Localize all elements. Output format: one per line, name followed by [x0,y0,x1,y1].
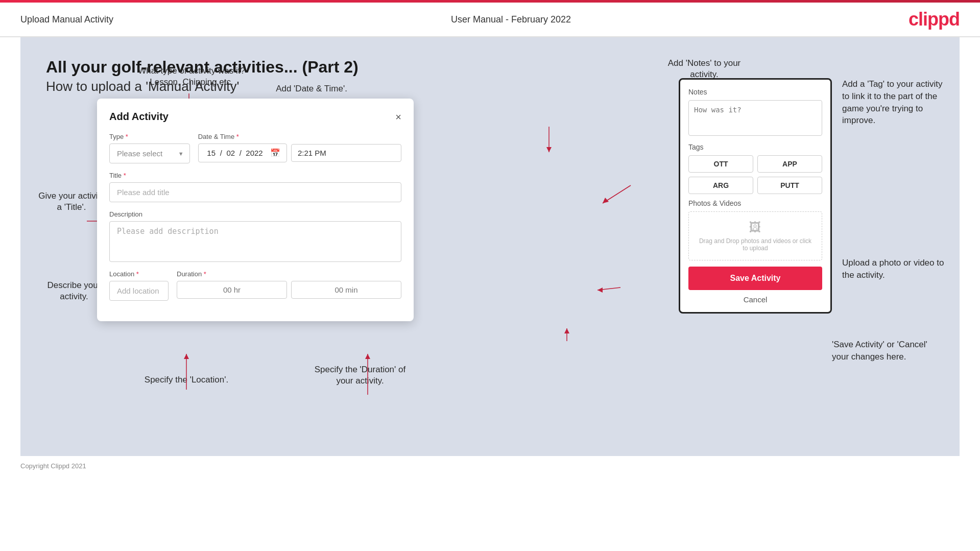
svg-marker-21 [564,328,569,333]
date-day-input[interactable] [205,149,218,157]
tag-app[interactable]: APP [757,155,822,173]
tag-putt[interactable]: PUTT [757,177,822,194]
type-select[interactable]: Please select [109,143,190,163]
calendar-icon: 📅 [270,148,280,158]
logo: clippd [909,9,960,30]
description-label: Description [109,210,401,218]
duration-group: Duration * [177,270,401,301]
type-label: Type * [109,133,190,140]
add-activity-modal: Add Activity × Type * Please select Date… [97,99,414,321]
top-bar: Upload Manual Activity User Manual - Feb… [0,3,980,37]
svg-line-18 [597,288,620,290]
tags-label: Tags [688,143,822,151]
duration-label: Duration * [177,270,401,278]
type-group: Type * Please select [109,133,190,163]
description-input[interactable] [109,221,401,262]
date-input-group[interactable]: / / 📅 [198,143,287,162]
annotation-upload: Upload a photo or video to the activity. [842,257,944,281]
location-duration-row: Location * Duration * [109,270,401,301]
svg-marker-9 [184,354,189,359]
datetime-label: Date & Time * [198,133,401,140]
cancel-link[interactable]: Cancel [688,295,822,304]
modal-header: Add Activity × [109,111,401,123]
tag-ott[interactable]: OTT [688,155,753,173]
save-activity-button[interactable]: Save Activity [688,267,822,290]
svg-line-16 [603,185,631,203]
photos-label: Photos & Videos [688,199,822,207]
tags-grid: OTT APP ARG PUTT [688,155,822,194]
title-input[interactable] [109,182,401,202]
datetime-group: Date & Time * / / 📅 [198,133,401,163]
copyright: Copyright Clippd 2021 [0,456,980,476]
description-group: Description [109,210,401,262]
type-datetime-row: Type * Please select Date & Time * / [109,133,401,163]
svg-marker-12 [365,354,370,359]
upload-area[interactable]: 🖼 Drag and Drop photos and videos or cli… [688,211,822,260]
annotation-date-time: Add 'Date & Time'. [260,83,363,94]
svg-marker-17 [603,198,609,203]
main-content: All your golf-relevant activities... (Pa… [20,37,960,456]
annotation-duration: Specify the 'Duration' of your activity. [306,364,414,387]
modal-title: Add Activity [109,111,169,123]
location-label: Location * [109,270,169,278]
annotation-save: 'Save Activity' or 'Cancel' your changes… [832,339,944,363]
upload-icon: 🖼 [697,220,814,234]
duration-min-input[interactable] [291,281,401,299]
annotation-what-type: What type of activity was it? Lesson, Ch… [138,65,245,88]
svg-marker-15 [546,147,552,152]
notes-label: Notes [688,88,822,96]
annotation-notes: Add 'Notes' to your activity. [653,58,755,80]
upload-text: Drag and Drop photos and videos or click… [697,237,814,252]
type-select-wrapper[interactable]: Please select [109,143,190,163]
annotation-give-title: Give your activity a 'Title'. [36,190,107,213]
date-year-input[interactable] [244,149,265,157]
location-input[interactable] [109,281,169,301]
duration-inputs [177,281,401,299]
right-panel: Notes Tags OTT APP ARG PUTT Photos & Vid… [679,78,832,314]
notes-input[interactable] [688,100,822,136]
annotation-location: Specify the 'Location'. [140,374,232,386]
close-button[interactable]: × [395,112,401,122]
title-label: Title * [109,172,401,179]
page-title: Upload Manual Activity [20,14,113,25]
duration-hr-input[interactable] [177,281,287,299]
page-subtitle: User Manual - February 2022 [451,14,571,25]
annotation-tag: Add a 'Tag' to your activity to link it … [842,78,944,127]
title-group: Title * [109,172,401,202]
tag-arg[interactable]: ARG [688,177,753,194]
time-input[interactable] [291,144,401,162]
svg-marker-19 [597,288,603,293]
location-group: Location * [109,270,169,301]
date-month-input[interactable] [224,149,237,157]
